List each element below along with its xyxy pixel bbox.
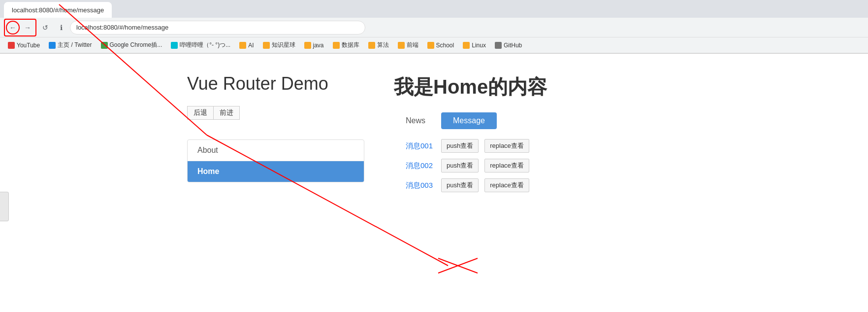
nav-group: ← → — [4, 19, 36, 36]
main-content-area: 我是Home的内容 News Message 消息001 push查看 repl… — [394, 73, 837, 198]
message-link-002[interactable]: 消息002 — [406, 161, 435, 171]
replace-btn-002[interactable]: replace查看 — [484, 159, 529, 173]
svg-line-3 — [438, 258, 478, 273]
database-icon — [333, 42, 340, 49]
bilibili-icon — [171, 42, 178, 49]
twitter-icon — [49, 42, 56, 49]
bookmark-zhishi-label: 知识星球 — [272, 41, 295, 49]
bookmark-frontend-label: 前端 — [407, 41, 418, 49]
message-list: 消息001 push查看 replace查看 消息002 push查看 repl… — [394, 139, 837, 192]
replace-btn-001[interactable]: replace查看 — [484, 139, 529, 153]
side-tab — [0, 192, 9, 221]
active-tab[interactable]: localhost:8080/#/home/message — [4, 2, 112, 18]
bookmark-github-label: GitHub — [504, 42, 522, 49]
tab-title: localhost:8080/#/home/message — [12, 6, 104, 14]
forward-history-button[interactable]: 前进 — [213, 106, 240, 120]
table-row: 消息002 push查看 replace查看 — [406, 159, 837, 173]
bookmark-bilibili-label: 哔哩哔哩（°- °)つ... — [180, 41, 230, 49]
page-content: Vue Router Demo 后退 前进 About Home 我是Home的… — [0, 54, 868, 202]
bookmark-github[interactable]: GitHub — [491, 39, 526, 51]
bookmark-java[interactable]: java — [300, 39, 328, 51]
tab-bar: localhost:8080/#/home/message — [0, 0, 868, 18]
table-row: 消息003 push查看 replace查看 — [406, 178, 837, 192]
bookmark-algorithm-label: 算法 — [377, 41, 389, 49]
push-btn-001[interactable]: push查看 — [441, 139, 479, 153]
info-button[interactable]: ℹ — [54, 21, 68, 35]
replace-btn-003[interactable]: replace查看 — [484, 178, 529, 192]
sub-nav-news[interactable]: News — [394, 112, 437, 129]
bookmark-frontend[interactable]: 前端 — [394, 39, 422, 51]
table-row: 消息001 push查看 replace查看 — [406, 139, 837, 153]
forward-button[interactable]: → — [21, 21, 34, 35]
bookmark-linux-label: Linux — [472, 42, 486, 49]
bookmark-youtube[interactable]: YouTube — [4, 39, 44, 51]
nav-menu: About Home — [187, 139, 364, 182]
bookmark-bilibili[interactable]: 哔哩哔哩（°- °)つ... — [167, 39, 234, 51]
back-history-button[interactable]: 后退 — [187, 106, 213, 120]
bookmark-school[interactable]: School — [423, 39, 458, 51]
java-icon — [304, 42, 311, 49]
address-bar[interactable] — [70, 21, 365, 35]
zhishi-icon — [263, 42, 270, 49]
bookmark-twitter-label: 主页 / Twitter — [58, 41, 92, 49]
linux-icon — [463, 42, 470, 49]
chrome-icon — [101, 42, 108, 49]
reload-button[interactable]: ↺ — [38, 21, 52, 35]
bookmark-database-label: 数据库 — [342, 41, 359, 49]
github-icon — [495, 42, 502, 49]
push-btn-003[interactable]: push查看 — [441, 178, 479, 192]
bookmark-school-label: School — [436, 42, 454, 49]
message-link-001[interactable]: 消息001 — [406, 141, 435, 151]
bookmarks-bar: YouTube 主页 / Twitter Google Chrome插... 哔… — [0, 37, 868, 53]
svg-line-2 — [438, 258, 478, 273]
bookmark-java-label: java — [313, 42, 324, 49]
sub-nav: News Message — [394, 112, 837, 129]
bookmark-zhishi[interactable]: 知识星球 — [259, 39, 299, 51]
bookmark-algorithm[interactable]: 算法 — [364, 39, 393, 51]
bookmark-ai[interactable]: AI — [235, 39, 257, 51]
browser-chrome: localhost:8080/#/home/message ← → ↺ ℹ Yo… — [0, 0, 868, 54]
back-button[interactable]: ← — [6, 21, 20, 35]
school-icon — [427, 42, 434, 49]
bookmark-linux[interactable]: Linux — [459, 39, 490, 51]
bookmark-twitter[interactable]: 主页 / Twitter — [45, 39, 96, 51]
algorithm-icon — [368, 42, 375, 49]
frontend-icon — [398, 42, 405, 49]
nav-item-about[interactable]: About — [188, 140, 364, 161]
youtube-icon — [8, 42, 15, 49]
toolbar: ← → ↺ ℹ — [0, 18, 868, 37]
bookmark-database[interactable]: 数据库 — [329, 39, 363, 51]
bookmark-chrome[interactable]: Google Chrome插... — [97, 39, 166, 51]
ai-folder-icon — [239, 42, 246, 49]
bookmark-youtube-label: YouTube — [17, 42, 40, 49]
message-link-003[interactable]: 消息003 — [406, 181, 435, 190]
nav-item-home[interactable]: Home — [188, 161, 364, 182]
home-content-title: 我是Home的内容 — [394, 73, 837, 101]
push-btn-002[interactable]: push查看 — [441, 159, 479, 173]
bookmark-ai-label: AI — [248, 42, 254, 49]
bookmark-chrome-label: Google Chrome插... — [110, 41, 162, 49]
sub-nav-message[interactable]: Message — [441, 112, 497, 129]
